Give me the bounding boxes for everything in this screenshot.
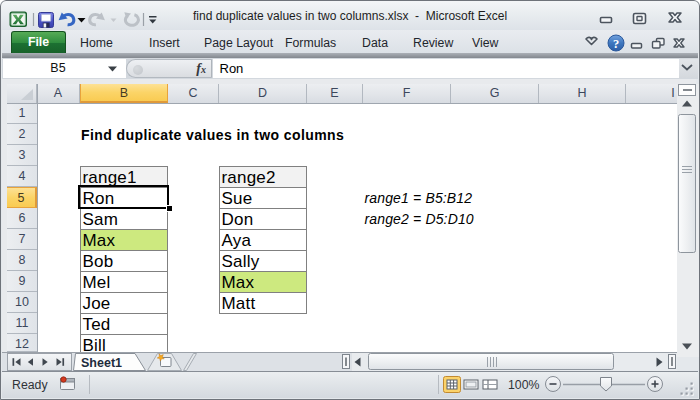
svg-text:?: ? <box>613 37 619 51</box>
svg-text:Ready: Ready <box>12 378 48 392</box>
svg-text:100%: 100% <box>508 378 540 392</box>
svg-text:Sheet1: Sheet1 <box>81 356 122 370</box>
